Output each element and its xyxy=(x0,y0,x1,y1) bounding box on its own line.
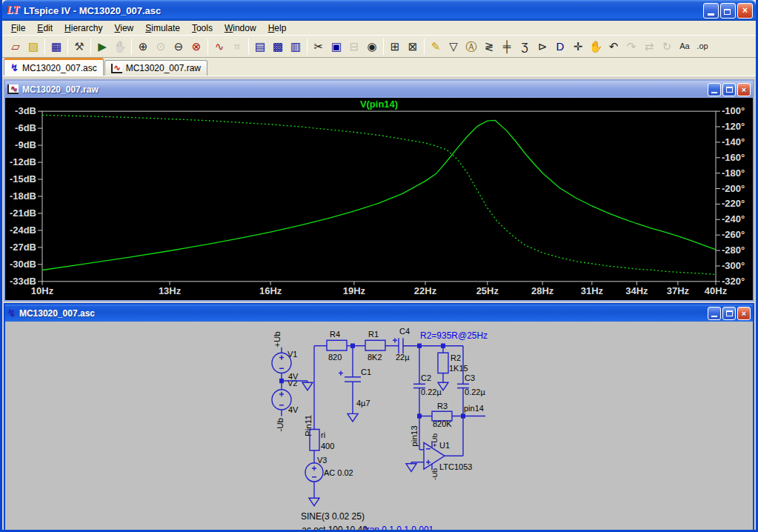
pan-button[interactable]: ⌗ xyxy=(228,38,246,56)
waveform-maximize-button[interactable] xyxy=(722,83,736,96)
component-v2[interactable]: V2 4V -Ub xyxy=(272,373,299,432)
draw-wire-button[interactable]: ✎ xyxy=(427,38,445,56)
tab-label: MC13020_007.raw xyxy=(126,63,201,73)
bode-plot[interactable]: 10Hz13Hz16Hz19Hz22Hz25Hz28Hz31Hz34Hz37Hz… xyxy=(5,98,753,300)
x-tick-label: 31Hz xyxy=(581,285,604,296)
zoom-full-extents-button[interactable]: ⊗ xyxy=(187,38,205,56)
halt-button[interactable]: ✋ xyxy=(111,38,129,56)
paste-button[interactable]: ⊟ xyxy=(345,38,363,56)
zoom-full-extents-icon: ⊗ xyxy=(192,41,202,52)
schematic-maximize-button[interactable] xyxy=(722,307,736,320)
schematic-minimize-button[interactable] xyxy=(708,307,721,320)
x-tick-label: 22Hz xyxy=(414,285,437,296)
place-diode-button[interactable]: ⊳ xyxy=(533,38,551,56)
directive-ac: .ac oct 100 10 40 xyxy=(299,524,368,530)
wire-pin13[interactable]: pin13 xyxy=(410,416,424,450)
close-button[interactable]: × xyxy=(737,3,753,19)
menu-view[interactable]: View xyxy=(108,21,139,35)
waveform-close-button[interactable]: × xyxy=(737,83,751,96)
autorange-y-axis-button[interactable]: ∿ xyxy=(210,38,228,56)
tab-mc13020_007.asc[interactable]: ↯MC13020_007.asc xyxy=(4,58,104,76)
plot-trace-title[interactable]: V(pin14) xyxy=(360,99,398,110)
menu-tools[interactable]: Tools xyxy=(186,21,219,35)
spice-directive-button[interactable]: .op xyxy=(694,38,711,56)
text-button[interactable]: Aa xyxy=(676,38,694,56)
restore-button[interactable] xyxy=(720,3,736,19)
waveform-minimize-button[interactable] xyxy=(708,83,721,96)
place-inductor-icon: Ʒ xyxy=(521,41,528,52)
schematic-canvas[interactable]: V1 4V +Ub V2 4V -Ub xyxy=(5,322,753,530)
menu-edit[interactable]: Edit xyxy=(31,21,59,35)
control-panel-button[interactable]: ⚒ xyxy=(70,38,88,56)
print-button[interactable]: ⊞ xyxy=(386,38,404,56)
ltspice-window: LT LTspice IV - MC13020_007.asc × FileEd… xyxy=(0,0,758,532)
component-c1[interactable]: C1 4µ7 xyxy=(339,344,371,422)
tile-horizontal-button[interactable]: ▤ xyxy=(251,38,269,56)
waveform-plot-area[interactable]: 10Hz13Hz16Hz19Hz22Hz25Hz28Hz31Hz34Hz37Hz… xyxy=(5,98,753,300)
run-button[interactable]: ▶ xyxy=(93,38,111,56)
schematic-close-button[interactable]: × xyxy=(737,307,751,320)
menu-file[interactable]: File xyxy=(5,21,31,35)
menu-hierarchy[interactable]: Hierarchy xyxy=(59,21,108,35)
y-right-tick-label: -260° xyxy=(722,229,745,240)
minimize-button[interactable] xyxy=(703,3,719,19)
net-label-vminus: -Ub xyxy=(276,418,285,432)
menu-help[interactable]: Help xyxy=(262,21,293,35)
paste-icon: ⊟ xyxy=(350,41,359,52)
place-inductor-button[interactable]: Ʒ xyxy=(516,38,533,56)
svg-text:820: 820 xyxy=(328,352,342,361)
svg-text:8K2: 8K2 xyxy=(368,352,382,361)
run-icon: ▶ xyxy=(98,41,107,52)
zoom-back-button[interactable]: ⊙ xyxy=(152,38,170,56)
y-left-tick-label: -24dB xyxy=(10,225,36,236)
svg-text:4V: 4V xyxy=(288,405,299,414)
copy-button[interactable]: ▣ xyxy=(328,38,345,56)
zoom-out-button[interactable]: ⊖ xyxy=(170,38,187,56)
zoom-in-button[interactable]: ⊕ xyxy=(134,38,152,56)
tab-mc13020_007.raw[interactable]: ∿MC13020_007.raw xyxy=(104,60,207,76)
move-button[interactable]: ✛ xyxy=(569,38,587,56)
place-component-button[interactable]: D xyxy=(551,38,569,56)
schematic-drawing[interactable]: V1 4V +Ub V2 4V -Ub xyxy=(5,322,753,530)
tile-vertical-button[interactable]: ▥ xyxy=(287,38,305,56)
mirror-button[interactable]: ⇄ xyxy=(640,38,658,56)
place-capacitor-button[interactable]: ╪ xyxy=(498,38,516,56)
menu-bar: FileEditHierarchyViewSimulateToolsWindow… xyxy=(2,21,756,36)
find-button[interactable]: ◉ xyxy=(363,38,381,56)
x-tick-label: 28Hz xyxy=(531,285,554,296)
open-button[interactable]: ▨ xyxy=(24,38,42,56)
drag-button[interactable]: ✋ xyxy=(587,38,605,56)
net-label-pin13: pin13 xyxy=(410,425,419,446)
svg-text:V2: V2 xyxy=(287,379,297,388)
print-preview-button[interactable]: ⊠ xyxy=(404,38,422,56)
schematic-window: ↯ MC13020_007.asc × V1 4V +Ub xyxy=(4,303,754,530)
undo-button[interactable]: ↶ xyxy=(605,38,622,56)
svg-text:R4: R4 xyxy=(330,330,340,339)
cascade-windows-button[interactable]: ▩ xyxy=(269,38,287,56)
menu-simulate[interactable]: Simulate xyxy=(139,21,186,35)
menu-window[interactable]: Window xyxy=(219,21,262,35)
place-ground-button[interactable]: ▽ xyxy=(445,38,462,56)
y-left-tick-label: -15dB xyxy=(10,173,36,184)
new-schematic-button[interactable]: ▱ xyxy=(7,38,24,56)
component-r4[interactable]: R4 820 xyxy=(314,330,365,362)
x-tick-label: 25Hz xyxy=(476,285,499,296)
rotate-button[interactable]: ↻ xyxy=(658,38,676,56)
place-net-label-button[interactable]: Ⓐ xyxy=(462,38,480,56)
component-v1[interactable]: V1 4V +Ub xyxy=(272,331,299,381)
place-ground-icon: ▽ xyxy=(449,41,458,52)
find-icon: ◉ xyxy=(367,41,376,52)
component-r3[interactable]: R3 820K pin14 xyxy=(417,402,485,429)
svg-text:C4: C4 xyxy=(399,327,410,336)
svg-text:0.22µ: 0.22µ xyxy=(465,388,485,396)
y-left-tick-label: -33dB xyxy=(10,276,36,287)
place-resistor-button[interactable]: ≷ xyxy=(480,38,498,56)
svg-text:AC 0.02: AC 0.02 xyxy=(324,468,353,476)
print-preview-icon: ⊠ xyxy=(408,41,418,52)
component-r1[interactable]: R1 8K2 xyxy=(365,330,399,362)
redo-button[interactable]: ↷ xyxy=(622,38,640,56)
wire-pin11[interactable]: Pin11 xyxy=(304,346,314,436)
component-v3[interactable]: V3 AC 0.02 SINE(3 0.02 25) xyxy=(301,456,365,522)
save-button[interactable]: ▦ xyxy=(47,38,65,56)
cut-button[interactable]: ✂ xyxy=(310,38,328,56)
